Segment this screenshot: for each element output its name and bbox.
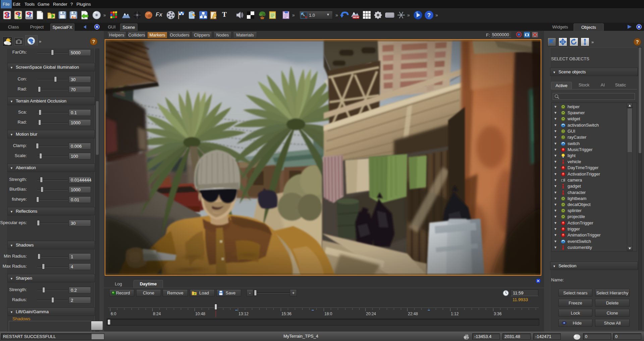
svg-text:1x: 1x xyxy=(305,15,307,19)
svg-text:?: ? xyxy=(427,12,431,18)
svg-text:?: ? xyxy=(636,39,639,45)
svg-text:As: As xyxy=(71,15,76,19)
svg-text:?: ? xyxy=(92,39,95,44)
svg-text:NEW: NEW xyxy=(353,16,359,19)
